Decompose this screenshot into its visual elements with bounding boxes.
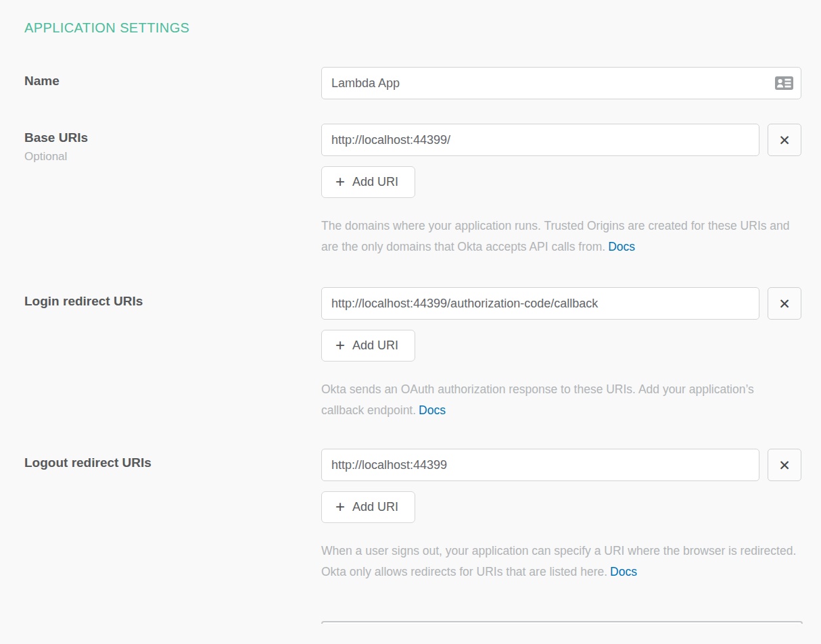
logout-redirect-uri-input[interactable] (321, 449, 759, 481)
next-input-partial-edge (321, 621, 803, 624)
logout-redirect-help-text: When a user signs out, your application … (321, 541, 798, 583)
section-title: APPLICATION SETTINGS (24, 20, 821, 36)
form-row-logout-redirect-uris: Logout redirect URIs ✕ + Add URI When a … (24, 449, 821, 583)
login-redirect-remove-button[interactable]: ✕ (768, 287, 801, 320)
login-redirect-label-col: Login redirect URIs (24, 287, 321, 309)
base-uri-remove-button[interactable]: ✕ (768, 124, 801, 156)
base-uris-label: Base URIs (24, 130, 321, 145)
close-icon: ✕ (778, 297, 791, 311)
login-redirect-label: Login redirect URIs (24, 294, 321, 309)
logout-redirect-add-button[interactable]: + Add URI (321, 491, 415, 523)
docs-link[interactable]: Docs (610, 565, 637, 578)
login-redirect-control-col: ✕ + Add URI Okta sends an OAuth authoriz… (321, 287, 821, 421)
close-icon: ✕ (778, 458, 791, 472)
name-input-wrap (321, 67, 801, 99)
close-icon: ✕ (778, 133, 791, 147)
help-text-body: The domains where your application runs.… (321, 219, 790, 253)
help-text-body: Okta sends an OAuth authorization respon… (321, 382, 754, 417)
name-label: Name (24, 74, 321, 89)
add-uri-label: Add URI (352, 339, 398, 353)
logout-redirect-remove-button[interactable]: ✕ (768, 449, 801, 481)
login-redirect-help-text: Okta sends an OAuth authorization respon… (321, 379, 798, 421)
base-uris-optional-label: Optional (24, 150, 321, 164)
add-uri-label: Add URI (352, 175, 398, 189)
add-uri-label: Add URI (352, 500, 398, 514)
base-uris-control-col: ✕ + Add URI The domains where your appli… (321, 124, 821, 257)
base-uri-input[interactable] (321, 124, 759, 156)
login-redirect-input-line: ✕ (321, 287, 821, 320)
form-row-login-redirect-uris: Login redirect URIs ✕ + Add URI Okta sen… (24, 287, 821, 421)
login-redirect-add-button[interactable]: + Add URI (321, 330, 415, 362)
base-uris-label-col: Base URIs Optional (24, 124, 321, 164)
application-settings-page: APPLICATION SETTINGS Name (0, 0, 821, 624)
plus-icon: + (335, 337, 345, 353)
logout-redirect-label-col: Logout redirect URIs (24, 449, 321, 470)
name-label-col: Name (24, 67, 321, 89)
form-row-base-uris: Base URIs Optional ✕ + Add URI The domai… (24, 124, 821, 257)
login-redirect-uri-input[interactable] (321, 287, 759, 320)
logout-redirect-input-line: ✕ (321, 449, 821, 481)
base-uri-input-line: ✕ (321, 124, 821, 156)
form-row-name: Name (24, 67, 821, 99)
base-uri-add-button[interactable]: + Add URI (321, 166, 415, 198)
docs-link[interactable]: Docs (608, 240, 635, 253)
name-control-col (321, 67, 821, 99)
name-input[interactable] (321, 67, 801, 99)
plus-icon: + (335, 174, 345, 190)
plus-icon: + (335, 499, 345, 515)
docs-link[interactable]: Docs (419, 403, 446, 417)
logout-redirect-control-col: ✕ + Add URI When a user signs out, your … (321, 449, 821, 583)
base-uris-help-text: The domains where your application runs.… (321, 216, 798, 257)
help-text-body: When a user signs out, your application … (321, 544, 796, 578)
logout-redirect-label: Logout redirect URIs (24, 455, 321, 470)
